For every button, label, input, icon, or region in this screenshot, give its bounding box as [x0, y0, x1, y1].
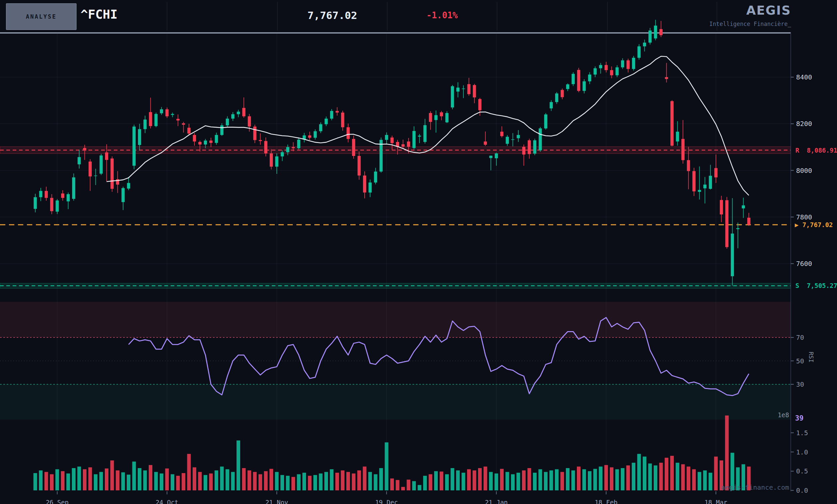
rsi-overbought-zone — [0, 302, 791, 337]
volume-bar — [539, 469, 542, 490]
volume-bar — [368, 472, 372, 490]
volume-bar — [138, 468, 141, 490]
volume-bar — [714, 456, 718, 490]
candle-body — [182, 123, 185, 125]
candle-body — [358, 156, 361, 175]
volume-bar — [665, 458, 668, 490]
candle-body — [626, 60, 630, 69]
candle-body — [204, 141, 207, 145]
candle-body — [698, 190, 701, 192]
chart-canvas[interactable] — [0, 0, 837, 504]
analyse-button[interactable]: ANALYSE — [6, 3, 76, 30]
volume-bar — [511, 474, 515, 490]
candle-body — [544, 114, 548, 128]
candle-body — [149, 112, 153, 126]
candle-body — [374, 171, 377, 183]
volume-bar — [643, 456, 646, 490]
candle-body — [467, 84, 471, 94]
change-percent-readout: -1.01% — [387, 10, 497, 20]
candle-body — [451, 86, 454, 107]
volume-bar — [149, 465, 153, 490]
volume-bar — [610, 467, 613, 490]
volume-bar — [314, 475, 317, 490]
candle-body — [588, 74, 591, 81]
volume-bar — [110, 461, 114, 490]
volume-bar — [599, 466, 603, 490]
candle-body — [138, 129, 141, 145]
candle-body — [264, 141, 267, 153]
candle-body — [560, 90, 564, 97]
volume-bar — [555, 469, 558, 490]
volume-bar — [330, 469, 334, 490]
volume-bar — [72, 468, 75, 490]
candle-body — [281, 152, 284, 156]
candle-body — [34, 197, 37, 209]
volume-bar — [269, 469, 273, 490]
candle-body — [500, 132, 504, 136]
text-cursor: _ — [788, 21, 791, 27]
candle-body — [533, 140, 537, 154]
candle-body — [489, 155, 493, 158]
candle-body — [270, 153, 273, 167]
candle-body — [248, 116, 251, 127]
volume-bar — [77, 466, 81, 490]
price-tick-label: 8400 — [796, 73, 812, 81]
volume-bar — [593, 469, 597, 490]
volume-bar — [423, 476, 427, 490]
candle-body — [50, 198, 54, 211]
candle-body — [407, 142, 410, 147]
candle-body — [352, 139, 355, 156]
candle-body — [369, 183, 372, 192]
candle-body — [720, 200, 723, 214]
volume-bar — [308, 476, 312, 490]
price-tick-label: 7800 — [796, 213, 812, 221]
volume-bar — [346, 472, 350, 490]
volume-bar — [215, 470, 218, 490]
candle-body — [308, 135, 311, 138]
volume-bar — [121, 472, 125, 490]
volume-bar — [390, 479, 394, 490]
candle-body — [571, 74, 575, 84]
volume-bar — [676, 463, 679, 490]
candle-body — [648, 31, 652, 42]
volume-bar — [550, 470, 553, 490]
volume-bar — [583, 469, 586, 490]
volume-bar — [193, 467, 196, 490]
candle-body — [105, 153, 108, 160]
volume-bar — [264, 471, 268, 490]
candle-body — [127, 183, 130, 188]
candle-body — [692, 171, 696, 191]
volume-bar — [220, 466, 224, 490]
volume-scale-label: 1e8 — [778, 411, 789, 418]
volume-bar — [116, 470, 120, 490]
candle-body — [94, 175, 97, 176]
candle-body — [237, 112, 240, 114]
candle-body — [193, 135, 196, 142]
candle-body — [687, 160, 690, 171]
candle-body — [665, 77, 668, 79]
volume-bar — [236, 441, 240, 490]
candle-body — [555, 93, 558, 102]
volume-bar — [324, 472, 328, 490]
candle-body — [286, 147, 289, 152]
volume-bar — [154, 472, 158, 490]
candle-body — [67, 194, 70, 202]
last-price-readout: 7,767.02 — [278, 9, 387, 21]
header-underline — [0, 32, 791, 34]
candle-body — [100, 155, 103, 174]
volume-tick-label: 0.0 — [796, 486, 808, 494]
candle-body — [506, 137, 509, 144]
price-tick-label: 8000 — [796, 167, 812, 174]
candle-body — [319, 124, 322, 131]
candle-body — [325, 119, 328, 124]
volume-bar — [302, 473, 306, 490]
candle-body — [550, 102, 553, 108]
candle-body — [336, 111, 339, 113]
volume-bar — [544, 472, 548, 490]
volume-bar — [319, 473, 323, 490]
candle-body — [330, 111, 333, 119]
volume-bar — [259, 474, 262, 490]
volume-bar — [203, 475, 207, 490]
candle-body — [231, 114, 234, 118]
volume-bar — [231, 472, 235, 490]
